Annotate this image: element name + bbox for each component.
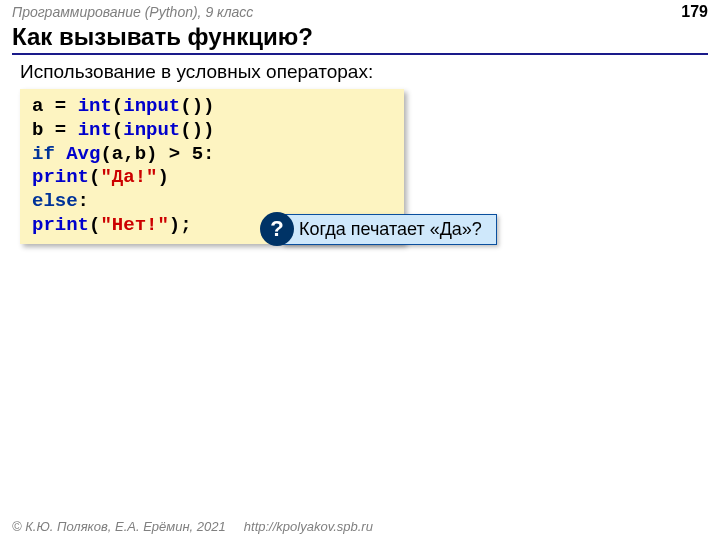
code-line: print("Да!") [32,166,392,190]
code-token: b [32,119,43,141]
code-token: > [157,143,191,165]
slide-subtitle: Использование в условных операторах: [20,61,720,83]
code-token: ()) [180,95,214,117]
code-token: ( [89,166,100,188]
code-token [55,143,66,165]
code-token: 5 [192,143,203,165]
code-token: int [78,95,112,117]
code-token: ()) [180,119,214,141]
code-token: "Нет!" [100,214,168,236]
code-line: if Avg(a,b) > 5: [32,143,392,167]
code-token: Avg [66,143,100,165]
code-token: ( [89,214,100,236]
code-token: : [78,190,89,212]
footer-copyright: © К.Ю. Поляков, Е.А. Ерёмин, 2021 [12,519,226,534]
slide-header: Программирование (Python), 9 класс 179 [0,0,720,21]
code-line: a = int(input()) [32,95,392,119]
code-token: input [123,119,180,141]
code-line: b = int(input()) [32,119,392,143]
callout: ? Когда печатает «Да»? [260,212,497,246]
code-line: else: [32,190,392,214]
slide-footer: © К.Ю. Поляков, Е.А. Ерёмин, 2021 http:/… [12,519,373,534]
callout-text: Когда печатает «Да»? [282,214,497,245]
code-token: print [32,214,89,236]
course-label: Программирование (Python), 9 класс [12,4,253,20]
footer-url: http://kpolyakov.spb.ru [244,519,373,534]
code-token: input [123,95,180,117]
code-token: : [203,143,214,165]
code-token: = [43,95,77,117]
code-token: (a,b) [100,143,157,165]
page-number: 179 [681,3,708,21]
code-token: else [32,190,78,212]
code-token: if [32,143,55,165]
code-token: "Да!" [100,166,157,188]
code-token: ( [112,95,123,117]
code-token: int [78,119,112,141]
code-token: a [32,95,43,117]
code-token: print [32,166,89,188]
code-token: = [43,119,77,141]
code-token: ); [169,214,192,236]
code-token: ( [112,119,123,141]
slide-title: Как вызывать функцию? [12,23,708,55]
question-mark-icon: ? [260,212,294,246]
code-token: ) [157,166,168,188]
